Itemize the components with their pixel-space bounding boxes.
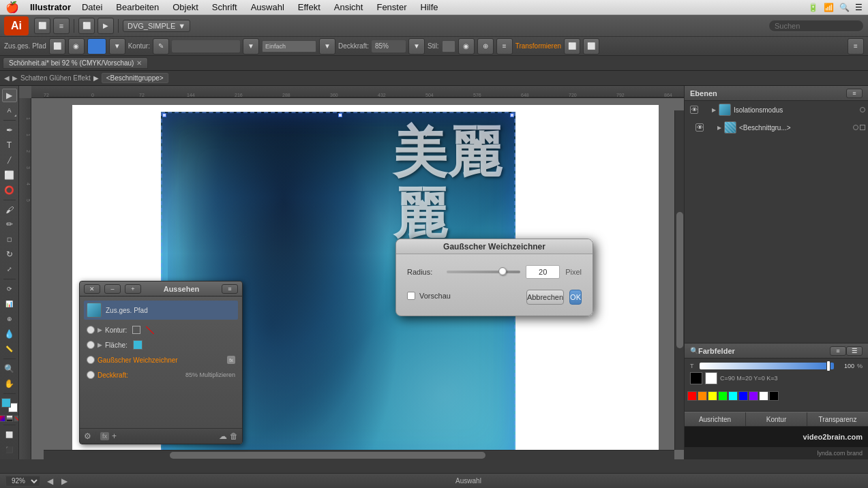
layer-row-isolation[interactable]: 👁 ▶ Isolationsmodus [685, 101, 868, 119]
menu-bearbeiten[interactable]: Bearbeiten [113, 2, 162, 12]
tool-type[interactable]: T [2, 138, 17, 152]
swatch-yellow[interactable] [708, 391, 717, 401]
opt-btn-3[interactable]: ▼ [109, 38, 125, 55]
tool-draw-mode[interactable]: ⬛ [2, 443, 17, 457]
swatch-purple[interactable] [749, 391, 758, 401]
tool-scale[interactable]: ⤢ [2, 262, 17, 276]
opt-deckkraft-input[interactable]: 85% [372, 40, 406, 52]
tool-graph[interactable]: 📊 [2, 297, 17, 311]
tool-rotate[interactable]: ↻ [2, 247, 17, 261]
breadcrumb-forward[interactable]: ▶ [12, 74, 18, 82]
gauss-radius-input[interactable]: 20 [526, 265, 560, 279]
breadcrumb-group[interactable]: <Beschnittgruppe> [102, 73, 168, 83]
tool-rect[interactable]: ⬜ [2, 168, 17, 182]
toolbar-btn-3[interactable]: ⬜ [78, 18, 95, 34]
tool-pencil[interactable]: ✏ [2, 218, 17, 232]
swatch-green[interactable] [718, 391, 728, 401]
tool-direct-select[interactable]: A [2, 104, 17, 117]
opt-btn-5[interactable]: ▼ [319, 38, 335, 55]
aussehen-flaeche-swatch[interactable] [133, 340, 143, 350]
opt-btn-1[interactable]: ⬜ [49, 38, 65, 55]
colors-btn-1[interactable]: ≡ [830, 346, 846, 356]
list-icon[interactable]: ☰ [855, 3, 863, 12]
aussehen-flaeche-row[interactable]: ▶ Fläche: [84, 337, 238, 352]
gauss-preview-checkbox[interactable] [407, 292, 415, 300]
aussehen-gauss-eye[interactable] [87, 356, 95, 364]
tool-eraser[interactable]: ◻ [2, 232, 17, 246]
gauss-cancel-btn[interactable]: Abbrechen [526, 290, 564, 305]
menu-ansicht[interactable]: Ansicht [331, 2, 366, 12]
scrollbar-vertical[interactable] [674, 110, 684, 450]
opt-btn-12[interactable]: ≡ [848, 38, 864, 55]
layer-target-2[interactable] [853, 125, 858, 130]
toolbar-btn-4[interactable]: ▶ [98, 18, 114, 34]
breadcrumb-back[interactable]: ◀ [4, 74, 10, 82]
tool-brush[interactable]: 🖌 [2, 203, 17, 217]
document-tab[interactable]: Schönheit.ai* bei 92 % (CMYK/Vorschau) ✕ [3, 57, 148, 69]
tab-ausrichten[interactable]: Ausrichten [685, 412, 746, 426]
aussehen-menu-btn[interactable]: ≡ [222, 284, 238, 294]
swatch-orange[interactable] [698, 391, 707, 401]
opt-btn-7[interactable]: ◉ [458, 38, 475, 55]
swatch-red[interactable] [687, 391, 697, 401]
scrollbar-horizontal[interactable] [44, 450, 674, 459]
footer-add-btn[interactable]: + [112, 431, 117, 441]
tool-ellipse[interactable]: ⭕ [2, 183, 17, 197]
tool-hand[interactable]: ✋ [2, 377, 17, 391]
tool-zoom[interactable]: 🔍 [2, 362, 17, 376]
tool-select[interactable]: ▶ [2, 89, 17, 102]
opt-btn-2[interactable]: ◉ [68, 38, 85, 55]
layer-lock-1[interactable] [701, 106, 709, 114]
apple-menu[interactable]: 🍎 [5, 1, 19, 14]
scroll-thumb-vertical[interactable] [676, 212, 683, 348]
tool-pen[interactable]: ✒ [2, 123, 17, 137]
menu-schrift[interactable]: Schrift [209, 2, 240, 12]
aussehen-obj-row[interactable]: Zus.ges. Pfad [84, 301, 238, 320]
menu-datei[interactable]: Datei [79, 2, 105, 12]
opt-btn-11[interactable]: ⬜ [583, 38, 599, 55]
aussehen-expand-btn[interactable]: – [104, 284, 121, 294]
nav-prev-btn[interactable]: ◀ [46, 476, 55, 486]
swatch-white[interactable] [759, 391, 768, 401]
layer-select-2[interactable] [860, 125, 865, 130]
zoom-select[interactable]: 92% [5, 476, 40, 487]
tab-kontur[interactable]: Kontur [746, 412, 807, 426]
opt-btn-10[interactable]: ⬜ [564, 38, 580, 55]
layers-menu-btn[interactable]: ≡ [846, 89, 863, 98]
menu-effekt[interactable]: Effekt [295, 2, 323, 12]
layer-lock-2[interactable] [706, 123, 715, 132]
aussehen-deckkraft-eye[interactable] [87, 371, 95, 379]
opt-btn-color[interactable] [87, 38, 106, 55]
opt-btn-8[interactable]: ⊕ [477, 38, 494, 55]
color-swatch-black[interactable] [690, 372, 702, 384]
tool-blend[interactable]: ⊕ [2, 312, 17, 326]
toolbar-btn-2[interactable]: ≡ [53, 18, 70, 34]
gauss-slider-thumb[interactable] [498, 267, 507, 275]
color-swatch-white[interactable] [705, 372, 717, 384]
menu-fenster[interactable]: Fenster [374, 2, 409, 12]
layer-visibility-2[interactable]: 👁 [695, 123, 704, 132]
tool-warp[interactable]: ⟳ [2, 282, 17, 296]
tool-eyedropper[interactable]: 💧 [2, 327, 17, 341]
aussehen-flaeche-eye[interactable] [87, 341, 95, 349]
nav-next-btn[interactable]: ▶ [60, 476, 69, 486]
opt-btn-6[interactable]: ▼ [408, 38, 425, 55]
menu-hilfe[interactable]: Hilfe [418, 2, 441, 12]
toolbar-btn-1[interactable]: ⬜ [34, 18, 50, 34]
opt-btn-4[interactable]: ▼ [243, 38, 259, 55]
aussehen-gauss-row[interactable]: Gaußscher Weichzeichner fx [84, 352, 238, 367]
stroke-swatch[interactable] [1, 398, 11, 408]
gauss-slider[interactable] [447, 271, 520, 273]
footer-delete-btn[interactable]: 🗑 [230, 431, 238, 441]
colors-btn-2[interactable]: ☰ [846, 346, 863, 356]
swatch-black[interactable] [769, 391, 779, 401]
transform-link[interactable]: Transformieren [515, 42, 561, 50]
aussehen-maximize-btn[interactable]: + [125, 284, 141, 294]
tool-line[interactable]: ╱ [2, 153, 17, 167]
swatch-cyan[interactable] [728, 391, 738, 401]
gradient-mode-btn[interactable] [6, 415, 13, 422]
gauss-ok-btn[interactable]: OK [569, 290, 582, 305]
opt-stroke-style[interactable]: Einfach [262, 40, 316, 52]
tab-transparenz[interactable]: Transparenz [807, 412, 868, 426]
search-input[interactable] [768, 20, 864, 32]
